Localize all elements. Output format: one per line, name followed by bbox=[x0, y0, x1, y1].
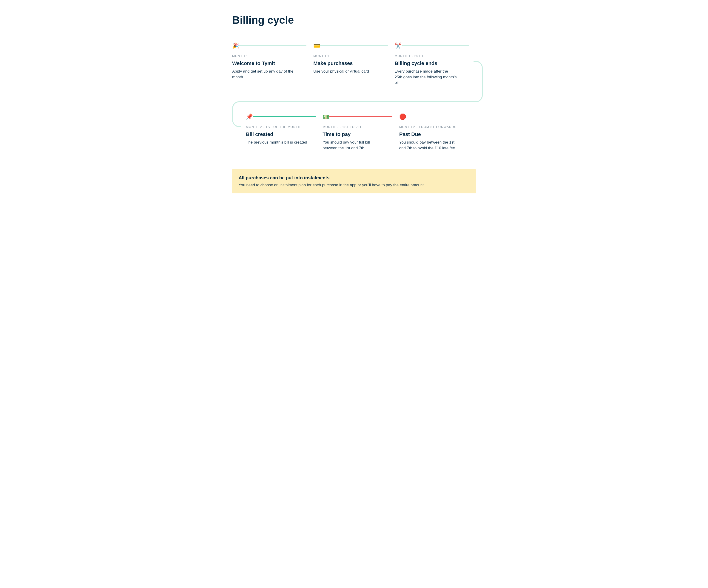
step-eyebrow: MONTH 1 bbox=[232, 54, 306, 58]
step-title: Billing cycle ends bbox=[395, 60, 469, 66]
step-eyebrow: MONTH 1 - 25TH bbox=[395, 54, 469, 58]
step-welcome: 🎉 MONTH 1 Welcome to Tymit Apply and get… bbox=[232, 42, 313, 86]
timeline-segment bbox=[320, 45, 388, 46]
timeline-row-2: 📌 MONTH 2 - 1ST OF THE MONTH Bill create… bbox=[232, 113, 476, 151]
billing-cycle-diagram: Billing cycle 🎉 MONTH 1 Welcome to Tymit… bbox=[216, 0, 492, 203]
instalments-notice: All purchases can be put into instalment… bbox=[232, 169, 476, 193]
step-billing-cycle-ends: ✂️ MONTH 1 - 25TH Billing cycle ends Eve… bbox=[395, 42, 476, 86]
timeline-segment-red bbox=[329, 116, 392, 117]
step-title: Past Due bbox=[399, 131, 469, 137]
party-icon: 🎉 bbox=[232, 42, 239, 49]
step-desc: Apply and get set up any day of the mont… bbox=[232, 69, 294, 80]
timeline-segment-green bbox=[253, 116, 316, 117]
stop-sign-icon: 🛑 bbox=[399, 114, 406, 120]
timeline-connector bbox=[232, 86, 476, 113]
step-eyebrow: MONTH 2 - 1ST OF THE MONTH bbox=[246, 125, 316, 129]
timeline-segment bbox=[239, 45, 306, 46]
step-desc: The previous month's bill is created bbox=[246, 140, 308, 145]
step-past-due: 🛑 MONTH 2 - FROM 8TH ONWARDS Past Due Yo… bbox=[399, 113, 476, 151]
step-eyebrow: MONTH 2 - FROM 8TH ONWARDS bbox=[399, 125, 469, 129]
step-title: Time to pay bbox=[323, 131, 392, 137]
money-icon: 💵 bbox=[323, 114, 329, 120]
pushpin-icon: 📌 bbox=[246, 114, 253, 120]
credit-card-icon: 💳 bbox=[313, 42, 320, 49]
step-desc: You should pay your full bill between th… bbox=[323, 140, 385, 151]
connector-left-curve bbox=[232, 101, 241, 127]
step-title: Make purchases bbox=[313, 60, 388, 66]
notice-body: You need to choose an instalment plan fo… bbox=[239, 183, 469, 187]
step-eyebrow: MONTH 1 bbox=[313, 54, 388, 58]
connector-mid-line bbox=[241, 101, 474, 102]
timeline-segment bbox=[402, 45, 469, 46]
scissors-icon: ✂️ bbox=[395, 42, 402, 49]
step-bill-created: 📌 MONTH 2 - 1ST OF THE MONTH Bill create… bbox=[246, 113, 323, 151]
step-desc: Use your physical or virtual card bbox=[313, 69, 375, 74]
step-desc: Every purchase made after the 25th goes … bbox=[395, 69, 457, 86]
page-title: Billing cycle bbox=[232, 14, 476, 26]
notice-title: All purchases can be put into instalment… bbox=[239, 175, 469, 181]
step-time-to-pay: 💵 MONTH 2 - 1ST TO 7TH Time to pay You s… bbox=[323, 113, 399, 151]
step-make-purchases: 💳 MONTH 1 Make purchases Use your physic… bbox=[313, 42, 394, 86]
step-title: Bill created bbox=[246, 131, 316, 137]
timeline-row-1: 🎉 MONTH 1 Welcome to Tymit Apply and get… bbox=[232, 42, 476, 86]
step-desc: You should pay between the 1st and 7th t… bbox=[399, 140, 461, 151]
step-eyebrow: MONTH 2 - 1ST TO 7TH bbox=[323, 125, 392, 129]
step-title: Welcome to Tymit bbox=[232, 60, 306, 66]
connector-right-curve bbox=[474, 61, 483, 102]
